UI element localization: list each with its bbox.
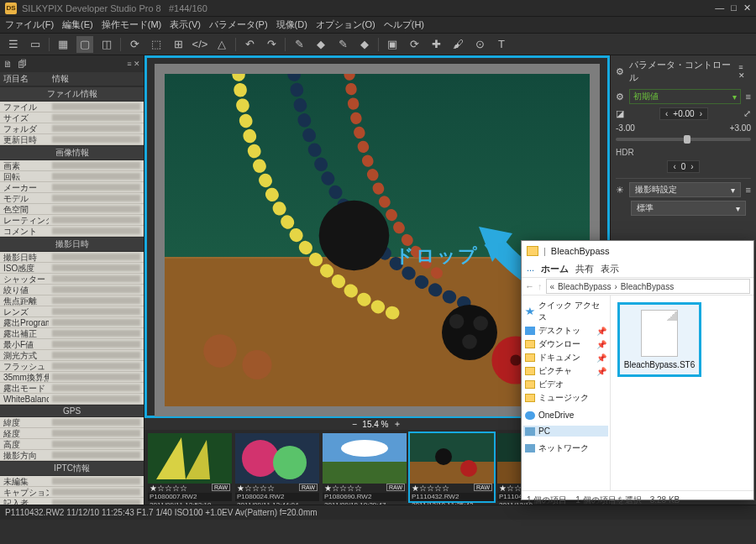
tool-del-icon[interactable]: </> bbox=[192, 36, 208, 53]
tool-grid-icon[interactable]: ▦ bbox=[55, 36, 71, 53]
wb-menu-icon[interactable]: ≡ bbox=[746, 185, 751, 195]
menu-help[interactable]: ヘルプ(H) bbox=[384, 18, 424, 31]
thumbnail-name: P1080007.RW2 bbox=[148, 493, 232, 501]
info-label: 経度 bbox=[0, 428, 49, 439]
nav-picture[interactable]: ピクチャ📌 bbox=[523, 364, 608, 378]
menu-file[interactable]: ファイル(F) bbox=[5, 18, 54, 31]
tool-redo-icon[interactable]: ↷ bbox=[263, 36, 280, 53]
tool-brush-icon[interactable]: 🖌 bbox=[449, 36, 466, 53]
tone-select[interactable]: 標準▾ bbox=[631, 201, 746, 216]
tool-picker-icon[interactable]: ✎ bbox=[291, 36, 307, 53]
tool-preview-icon[interactable]: ▢ bbox=[76, 36, 93, 53]
explorer-filearea[interactable]: BleachBypass.ST6 bbox=[611, 296, 753, 490]
info-label: 焦点距離 bbox=[0, 296, 49, 306]
menu-param[interactable]: パラメータ(P) bbox=[209, 18, 268, 31]
info-row: 露出補正 bbox=[0, 328, 144, 339]
address-bar[interactable]: « BleachBypass › BleachBypass bbox=[546, 279, 751, 294]
expand-icon[interactable]: ⤢ bbox=[743, 108, 751, 119]
info-row: 測光方式 bbox=[0, 350, 144, 361]
menu-edit[interactable]: 編集(E) bbox=[62, 18, 93, 31]
nav-video[interactable]: ビデオ bbox=[523, 378, 608, 391]
tool-stamp-icon[interactable]: ✚ bbox=[428, 36, 444, 53]
info-label: 最小F値 bbox=[0, 339, 49, 350]
exposure-slider[interactable] bbox=[616, 138, 751, 141]
maximize-button[interactable]: □ bbox=[731, 3, 737, 13]
svg-point-14 bbox=[242, 440, 279, 477]
thumbnail-name: P1080024.RW2 bbox=[235, 493, 319, 501]
info-label: 撮影日時 bbox=[0, 252, 49, 263]
explorer-titlebar[interactable]: | BleachBypass bbox=[522, 241, 753, 261]
info-value bbox=[49, 328, 144, 339]
hdr-value[interactable]: ‹0› bbox=[667, 160, 699, 173]
minimize-button[interactable]: — bbox=[715, 3, 724, 13]
tool-open-icon[interactable]: ☰ bbox=[5, 36, 22, 53]
close-button[interactable]: ✕ bbox=[743, 3, 751, 13]
menu-develop[interactable]: 現像(D) bbox=[276, 18, 307, 31]
nav-document[interactable]: ドキュメン📌 bbox=[523, 351, 608, 364]
info-value bbox=[49, 252, 144, 263]
wb-select[interactable]: 撮影時設定▾ bbox=[629, 182, 741, 197]
thumbnail-rating[interactable]: ★☆☆☆☆ RAW bbox=[148, 484, 232, 493]
svg-point-7 bbox=[462, 334, 477, 349]
tool-warn-icon[interactable]: △ bbox=[213, 36, 230, 53]
info-value bbox=[49, 204, 144, 215]
thumbnail-rating[interactable]: ★☆☆☆☆ RAW bbox=[235, 484, 319, 493]
tool-blacklevel-icon[interactable]: ◆ bbox=[356, 36, 373, 53]
thumbnail-rating[interactable]: ★☆☆☆☆ RAW bbox=[323, 484, 407, 493]
zoom-in-icon[interactable]: ＋ bbox=[393, 418, 402, 430]
back-icon[interactable]: ← bbox=[525, 281, 534, 291]
thumbnail[interactable]: ★☆☆☆☆ RAWP1080690.RW22011/09/18 10:39:47… bbox=[323, 433, 407, 501]
thumbnail-date: 2011/09/18 10:39:47 bbox=[323, 501, 407, 505]
nav-download[interactable]: ダウンロー📌 bbox=[523, 337, 608, 351]
tool-rotate-icon[interactable]: ⟳ bbox=[126, 36, 143, 53]
tool-info-icon[interactable]: ⬚ bbox=[148, 36, 165, 53]
info-label: サイズ bbox=[0, 112, 49, 123]
tool-tone-icon[interactable]: ✎ bbox=[334, 36, 351, 53]
nav-pc[interactable]: PC bbox=[523, 426, 608, 437]
menu-view[interactable]: 表示(V) bbox=[170, 18, 201, 31]
info-label: 測光方式 bbox=[0, 350, 49, 361]
tool-split-icon[interactable]: ◫ bbox=[98, 36, 115, 53]
info-tab-icon[interactable]: 🗎 bbox=[3, 59, 13, 69]
ev-min: -3.00 bbox=[616, 123, 635, 133]
taste-select[interactable]: 初期値▾ bbox=[629, 89, 741, 104]
exposure-value[interactable]: ‹+0.00› bbox=[659, 107, 708, 120]
info-row: ファイル bbox=[0, 102, 144, 112]
tool-wb-icon[interactable]: ◆ bbox=[312, 36, 329, 53]
info-label: 色空間 bbox=[0, 204, 49, 215]
tool-crop-icon[interactable]: ⊞ bbox=[170, 36, 186, 53]
tool-spot-icon[interactable]: ⊙ bbox=[471, 36, 488, 53]
status-text: P1110432.RW2 11/12/10 11:25:43 F1.7 1/40… bbox=[5, 508, 318, 517]
thumbnail[interactable]: ★☆☆☆☆ RAWP1080024.RW22011/09/11 13:44:04… bbox=[235, 433, 319, 501]
menu-option[interactable]: オプション(O) bbox=[316, 18, 375, 31]
thumbnail-image bbox=[148, 433, 232, 484]
tool-align-icon[interactable]: ▣ bbox=[384, 36, 401, 53]
info-label: メーカー bbox=[0, 182, 49, 193]
thumbnail[interactable]: ★☆☆☆☆ RAWP1110432.RW22011/12/10 11:25:43… bbox=[410, 433, 494, 501]
nav-quickaccess[interactable]: クイック アクセス bbox=[523, 299, 608, 324]
tool-card-icon[interactable]: ▭ bbox=[27, 36, 44, 53]
tool-rot-icon[interactable]: ⟳ bbox=[406, 36, 423, 53]
nav-network[interactable]: ネットワーク bbox=[523, 442, 608, 455]
info-value bbox=[49, 361, 144, 372]
thumbnail[interactable]: ★☆☆☆☆ RAWP1080007.RW22011/09/11 12:52:10… bbox=[148, 433, 232, 501]
tool-undo-icon[interactable]: ↶ bbox=[241, 36, 258, 53]
file-item[interactable]: BleachBypass.ST6 bbox=[617, 302, 701, 377]
tab-home[interactable]: ホーム bbox=[541, 263, 569, 275]
tab-view[interactable]: 表示 bbox=[601, 263, 619, 275]
tool-text-icon[interactable]: T bbox=[493, 36, 510, 53]
thumbnail-rating[interactable]: ★☆☆☆☆ RAW bbox=[410, 484, 494, 493]
taste-menu-icon[interactable]: ≡ bbox=[746, 92, 751, 102]
nav-onedrive[interactable]: OneDrive bbox=[523, 410, 608, 421]
info-tab2-icon[interactable]: 🗐 bbox=[18, 59, 27, 69]
info-row: 回転 bbox=[0, 171, 144, 182]
svg-point-18 bbox=[341, 440, 388, 457]
menu-mode[interactable]: 操作モード(M) bbox=[102, 18, 162, 31]
dropper-icon[interactable]: ⚙ bbox=[616, 92, 624, 102]
zoom-out-icon[interactable]: − bbox=[353, 420, 358, 429]
tab-share[interactable]: 共有 bbox=[575, 263, 594, 275]
nav-music[interactable]: ミュージック bbox=[523, 391, 608, 405]
nav-desktop[interactable]: デスクトッ📌 bbox=[523, 324, 608, 337]
info-value bbox=[49, 285, 144, 296]
explorer-window[interactable]: | BleachBypass ... ホーム 共有 表示 ← ↑ « Bleac… bbox=[521, 240, 754, 500]
